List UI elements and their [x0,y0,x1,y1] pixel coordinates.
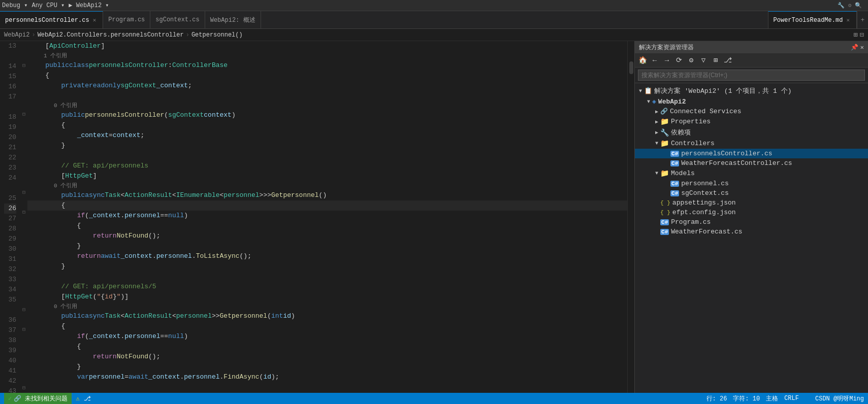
code-editor[interactable]: [ApiController] 1 个引用 public class perso… [27,41,627,393]
status-line: 行: 26 [706,394,727,403]
toolbar-cpu: Any CPU ▾ [31,2,65,9]
tree-dependencies[interactable]: ▶ 🔧 依赖项 [635,127,868,138]
deps-arrow[interactable]: ▶ [655,129,658,136]
controllers-arrow[interactable]: ▼ [655,141,658,146]
tab-plus[interactable]: + [857,11,868,28]
personnels-cs-icon: C# [670,151,679,157]
toolbar-project: ▶ WebApi2 ▾ [69,2,109,9]
tab-close-personnels[interactable]: ✕ [91,16,98,24]
toolbar-home[interactable]: 🏠 [637,55,648,66]
expand-icon[interactable]: ⊞ [853,30,857,39]
properties-arrow[interactable]: ▶ [655,119,658,125]
toolbar-filter[interactable]: ▽ [698,55,709,66]
ln-20: 20 [4,132,16,143]
toolbar-view[interactable]: ⊞ [710,55,721,66]
status-left: ✓ 🔗 未找到相关问题 ⚠ ⎇ [4,393,91,404]
fold-14[interactable]: ⊟ [20,61,27,71]
tree-sgcontext-cs[interactable]: ▶ C# sgContext.cs [635,188,868,198]
fold-44[interactable]: ⊟ [20,383,27,393]
panel-header-buttons: 📌 ✕ [851,44,864,51]
project-arrow[interactable]: ▼ [647,99,650,105]
ln-19: 19 [4,122,16,132]
ln-24: 24 [4,173,16,183]
tab-personnels-controller[interactable]: personnelsController.cs ✕ [0,11,103,28]
ln-41: 41 [4,366,16,376]
tab-spacer [261,11,768,28]
fold-18[interactable]: ⊟ [20,110,27,119]
tree-personnels-controller[interactable]: ▶ C# personnelsController.cs [635,149,868,158]
code-line-15: { [27,71,627,81]
efpt-arrow: ▶ [655,210,658,216]
ln-17: 17 [4,92,16,102]
editor-scrollbar[interactable] [627,41,634,393]
tree-models-folder[interactable]: ▼ 📁 Models [635,168,868,179]
sgcontext-cs-icon: C# [670,190,679,196]
toolbar-forward[interactable]: → [661,55,672,66]
code-line-28: { [27,221,627,231]
toolbar-refresh[interactable]: ⟳ [673,55,685,66]
fold-25[interactable]: ⊟ [20,188,27,197]
tree-connected-services[interactable]: ▶ 🔗 Connected Services [635,107,868,116]
breadcrumb-method[interactable]: Getpersonnel() [191,31,243,39]
tree-efpt-config[interactable]: ▶ { } efpt.config.json [635,208,868,217]
solution-arrow[interactable]: ▼ [639,88,642,94]
toolbar-settings[interactable]: ⚙ [686,55,697,66]
fold-hint1 [20,51,27,60]
status-encoding: 主格 [766,394,778,403]
tab-label-personnels: personnelsController.cs [5,17,89,24]
solution-explorer-panel: 解决方案资源管理器 📌 ✕ 🏠 ← → ⟳ ⚙ ▽ ⊞ ⎇ ▼ 📋 [634,41,868,393]
tab-program[interactable]: Program.cs [103,11,150,28]
code-line-29: return NotFound(); [27,231,627,241]
breadcrumb-namespace[interactable]: WebApi2.Controllers.personnelsController [38,31,184,39]
controllers-label: Controllers [671,140,715,147]
breadcrumb-sep1: › [31,31,35,39]
tab-webapi2-overview[interactable]: WebApi2: 概述 [205,11,261,28]
sgcontext-arrow: ▶ [665,190,668,196]
split-icon[interactable]: ⊟ [860,30,864,39]
breadcrumb-webapi2[interactable]: WebApi2 [4,31,29,39]
tree-project[interactable]: ▼ ◈ WebApi2 [635,96,868,107]
tab-close-powertools[interactable]: ✕ [845,16,851,24]
fold-23 [20,158,27,168]
tree-weatherforecast-controller[interactable]: ▶ C# WeatherForecastController.cs [635,158,868,168]
ln-18: 18 [4,112,16,122]
tree-properties[interactable]: ▶ 📁 Properties [635,116,868,127]
fold-36[interactable]: ⊟ [20,305,27,315]
close-panel-icon[interactable]: ✕ [860,44,864,51]
tree-controllers-folder[interactable]: ▼ 📁 Controllers [635,138,868,149]
solution-search-input[interactable] [638,70,865,81]
code-line-33 [27,272,627,282]
fold-27[interactable]: ⊟ [20,207,27,217]
tree-appsettings[interactable]: ▶ { } appsettings.json [635,198,868,208]
toolbar-back[interactable]: ← [649,55,660,66]
code-line-34: // GET: api/personnels/5 [27,282,627,292]
ln-29: 29 [4,234,16,244]
code-line-35: [HttpGet("{id}")] [27,292,627,302]
tree-personnel-cs[interactable]: ▶ C# personnel.cs [635,179,868,188]
models-label: Models [671,170,695,177]
tree-weatherforecast-cs[interactable]: ▶ C# WeatherForecast.cs [635,227,868,237]
code-line-27: if (_context.personnel == null) [27,211,627,221]
ln-27: 27 [4,214,16,224]
ln-39: 39 [4,346,16,356]
fold-38[interactable]: ⊟ [20,324,27,334]
fold-34 [20,276,27,285]
fold-39 [20,334,27,344]
tab-powertools[interactable]: PowerToolsReadMe.md ✕ [768,11,857,28]
tab-sgcontext[interactable]: sgContext.cs [150,11,205,28]
tab-label-webapi2: WebApi2: 概述 [210,16,255,24]
pin-icon[interactable]: 📌 [851,44,858,51]
ln-26: 26 [4,204,16,214]
tree-program-cs[interactable]: ▶ C# Program.cs [635,217,868,227]
code-line-30: } [27,241,627,251]
fold-42a [20,344,27,354]
status-crlf: CRLF [784,395,799,402]
models-arrow[interactable]: ▼ [655,171,658,176]
connected-arrow[interactable]: ▶ [655,109,658,115]
ln-36: 36 [4,315,16,325]
code-line-22 [27,151,627,161]
search-container [635,68,868,83]
toolbar-git[interactable]: ⎇ [722,55,733,66]
tree-solution-root[interactable]: ▼ 📋 解决方案 'WebApi2' (1 个项目，共 1 个) [635,85,868,96]
scroll-thumb[interactable] [629,61,633,74]
